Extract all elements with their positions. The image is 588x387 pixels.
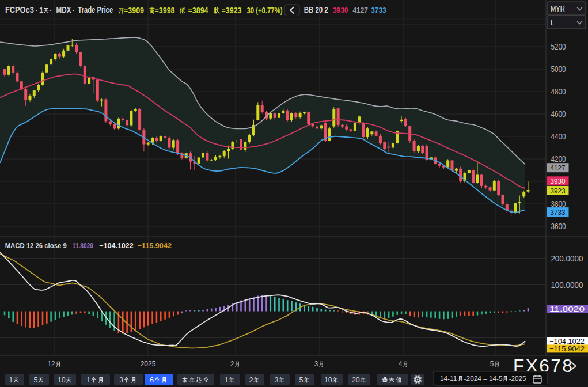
svg-text:2: 2 [249,376,253,384]
svg-text:-2024 – 14-5: -2024 – 14-5 [464,374,503,382]
svg-text:MACD 12 26 close 9: MACD 12 26 close 9 [5,241,67,250]
svg-text:MYR: MYR [551,4,565,13]
svg-text:t: t [551,18,553,27]
svg-text:100.0000: 100.0000 [551,280,583,290]
svg-text:3: 3 [274,376,278,384]
svg-text:·: · [73,6,75,14]
svg-text:11.8020: 11.8020 [73,241,93,250]
svg-text:3: 3 [119,376,123,384]
svg-text:4127: 4127 [551,164,566,172]
svg-text:1: 1 [224,376,228,384]
svg-text:3600: 3600 [551,222,566,231]
svg-text:−115.9042: −115.9042 [137,241,172,250]
svg-text:·: · [50,6,52,14]
svg-text:20: 20 [352,376,360,384]
svg-text:3733: 3733 [371,6,386,14]
svg-text:=3998: =3998 [155,5,175,15]
svg-text:·: · [35,6,37,14]
svg-text:3930: 3930 [551,177,566,185]
svg-text:MDX: MDX [56,5,71,14]
svg-text:−104.1022: −104.1022 [99,241,134,250]
svg-text:200.0000: 200.0000 [551,254,583,263]
svg-text:5: 5 [33,376,37,384]
svg-text:=3909: =3909 [124,5,144,15]
svg-text:−104.1022: −104.1022 [549,337,585,346]
svg-text:-2025: -2025 [509,374,527,382]
svg-text:=3894: =3894 [188,5,209,15]
svg-text:=3923: =3923 [222,5,242,15]
svg-text:BB 20 2: BB 20 2 [304,5,328,14]
svg-text:2025: 2025 [141,360,156,368]
svg-text:3733: 3733 [551,208,566,217]
svg-text:5: 5 [490,360,494,368]
svg-text:4600: 4600 [551,109,566,119]
svg-text:30 (+0.77%): 30 (+0.77%) [247,6,283,15]
svg-text:−115.9042: −115.9042 [549,345,585,353]
svg-text:5000: 5000 [551,64,566,74]
svg-text:12: 12 [47,360,55,368]
svg-text:FCPOc3: FCPOc3 [5,5,34,14]
svg-text:10: 10 [324,376,332,384]
svg-text:3800: 3800 [551,199,566,208]
svg-text:10: 10 [58,376,66,384]
svg-text:Trade Price: Trade Price [78,5,113,14]
svg-text:4127: 4127 [352,6,368,14]
svg-text:5: 5 [299,376,303,384]
svg-text:5200: 5200 [551,42,566,51]
svg-text:1: 1 [39,6,43,14]
svg-text:4: 4 [399,360,403,368]
svg-text:14-11: 14-11 [440,374,457,382]
svg-text:3930: 3930 [333,6,348,14]
svg-text:3: 3 [314,360,318,368]
svg-text:11.8020: 11.8020 [549,305,585,313]
svg-text:1: 1 [9,376,13,384]
svg-text:4200: 4200 [551,154,566,164]
svg-text:4800: 4800 [551,87,566,96]
svg-text:4400: 4400 [551,132,566,141]
svg-text:2: 2 [230,360,234,368]
svg-text:3923: 3923 [551,187,566,195]
svg-text:1: 1 [86,376,90,384]
svg-text:6: 6 [150,376,154,384]
